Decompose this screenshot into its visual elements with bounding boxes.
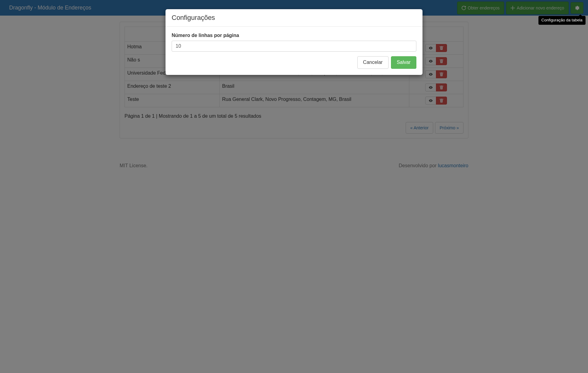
rows-per-page-input[interactable] xyxy=(172,41,416,52)
settings-modal: Configurações Número de linhas por págin… xyxy=(166,9,422,75)
modal-header: Configurações xyxy=(166,9,422,27)
settings-tooltip: Configuração da tabela xyxy=(538,16,586,25)
modal-title: Configurações xyxy=(172,14,416,22)
tooltip-text: Configuração da tabela xyxy=(541,18,582,22)
save-button[interactable]: Salvar xyxy=(391,56,416,69)
rows-per-page-label: Número de linhas por página xyxy=(172,33,416,38)
modal-body: Número de linhas por página Cancelar Sal… xyxy=(166,27,422,75)
cancel-button[interactable]: Cancelar xyxy=(357,56,389,69)
